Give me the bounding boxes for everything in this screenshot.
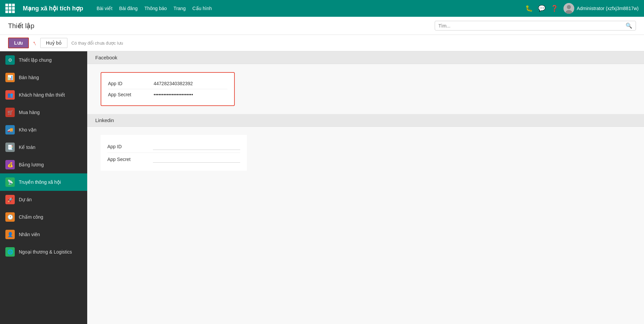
nav-cau-hinh[interactable]: Cấu hình [192,6,212,11]
facebook-section-title: Facebook [95,55,117,60]
app-brand: Mạng xã hội tích hợp [23,5,83,12]
sidebar-item-khach-hang[interactable]: 👥 Khách hàng thân thiết [0,86,87,104]
sidebar-label-ban-hang: Bán hàng [19,75,39,80]
sidebar-label-mua-hang: Mua hàng [19,110,40,115]
settings-icon: ⚙ [5,55,15,65]
sidebar-label-bang-luong: Bảng lương [19,162,44,167]
linkedin-app-secret-label: App Secret [107,157,148,162]
actionbar: Lưu ↑ Huỷ bỏ Có thay đổi chưa được lưu [0,35,644,51]
save-button[interactable]: Lưu [8,38,29,48]
search-bar: 🔍 [435,21,636,31]
attendance-icon: 🕐 [5,212,15,222]
content-area: Facebook App ID 447282340382392 App Secr… [87,51,644,324]
svg-point-1 [567,5,571,9]
facebook-app-secret-row: App Secret •••••••••••••••••••••••• [108,89,227,100]
linkedin-app-id-row: App ID [107,140,240,153]
facebook-app-id-value: 447282340382392 [154,81,193,86]
sidebar-label-ngoai-thuong: Ngoại thương & Logistics [19,249,72,255]
facebook-credentials-box: App ID 447282340382392 App Secret ••••••… [101,72,235,106]
grid-menu-icon[interactable] [5,4,15,13]
trade-icon: 🌐 [5,247,15,257]
sidebar-item-ban-hang[interactable]: 📊 Bán hàng [0,69,87,86]
topnav: Mạng xã hội tích hợp Bài viết Bài đăng T… [0,0,644,17]
sidebar-item-thiet-lap-chung[interactable]: ⚙ Thiết lập chung [0,51,87,69]
facebook-app-id-label: App ID [108,81,148,86]
search-icon: 🔍 [626,22,632,29]
sidebar-label-thiet-lap-chung: Thiết lập chung [19,57,52,63]
sidebar-item-kho-van[interactable]: 🚚 Kho vận [0,121,87,139]
cancel-button[interactable]: Huỷ bỏ [40,38,67,48]
linkedin-app-id-input[interactable] [153,143,240,150]
topnav-menu: Bài viết Bài đăng Thông báo Trang Cấu hì… [97,6,517,11]
linkedin-app-secret-row: App Secret [107,153,240,165]
purchase-icon: 🛒 [5,108,15,117]
nav-thong-bao[interactable]: Thông báo [144,6,167,11]
facebook-app-secret-value: •••••••••••••••••••••••• [154,92,193,97]
nav-trang[interactable]: Trang [173,6,185,11]
topnav-right: 🐛 💬 ❓ Administrator (xzfxj3m8817w) [525,3,639,14]
sidebar-item-ngoai-thuong[interactable]: 🌐 Ngoại thương & Logistics [0,243,87,261]
customer-icon: 👥 [5,90,15,100]
accounting-icon: 📑 [5,143,15,152]
subheader: Thiết lập 🔍 [0,17,644,35]
arrow-icon: ↑ [31,39,38,47]
logistics-icon: 🚚 [5,125,15,134]
facebook-section-header: Facebook [87,51,644,64]
help-icon[interactable]: ❓ [551,5,558,12]
nav-bai-viet[interactable]: Bài viết [97,6,112,11]
linkedin-app-id-label: App ID [107,144,148,149]
facebook-form-area: App ID 447282340382392 App Secret ••••••… [87,64,644,114]
linkedin-form-area: App ID App Secret [87,127,644,179]
employee-icon: 👤 [5,230,15,239]
linkedin-section-title: Linkedin [95,117,114,123]
linkedin-app-secret-input[interactable] [153,156,240,163]
unsaved-message: Có thay đổi chưa được lưu [71,41,123,46]
sidebar-label-kho-van: Kho vận [19,127,37,132]
sidebar: ⚙ Thiết lập chung 📊 Bán hàng 👥 Khách hàn… [0,51,87,324]
payroll-icon: 💰 [5,160,15,169]
facebook-app-id-row: App ID 447282340382392 [108,78,227,89]
sales-icon: 📊 [5,73,15,82]
sidebar-item-cham-cong[interactable]: 🕐 Chấm công [0,208,87,226]
chat-icon[interactable]: 💬 [538,5,545,12]
sidebar-label-du-an: Dự án [19,197,32,202]
sidebar-item-truyen-thong-xa-hoi[interactable]: 📡 Truyền thông xã hội [0,173,87,191]
sidebar-label-ke-toan: Kế toán [19,145,35,150]
username: Administrator (xzfxj3m8817w) [577,6,639,11]
sidebar-item-nhan-vien[interactable]: 👤 Nhân viên [0,226,87,243]
linkedin-section-header: Linkedin [87,114,644,127]
sidebar-label-truyen-thong: Truyền thông xã hội [19,179,61,185]
sidebar-item-du-an[interactable]: 🚀 Dự án [0,191,87,208]
facebook-app-secret-label: App Secret [108,92,148,97]
sidebar-label-cham-cong: Chấm công [19,214,43,220]
social-icon: 📡 [5,177,15,187]
bug-icon[interactable]: 🐛 [525,5,533,12]
page-title: Thiết lập [8,22,34,30]
main-layout: ⚙ Thiết lập chung 📊 Bán hàng 👥 Khách hàn… [0,51,644,324]
sidebar-item-ke-toan[interactable]: 📑 Kế toán [0,139,87,156]
project-icon: 🚀 [5,195,15,204]
search-input[interactable] [438,23,626,29]
sidebar-label-khach-hang: Khách hàng thân thiết [19,92,65,98]
sidebar-item-bang-luong[interactable]: 💰 Bảng lương [0,156,87,173]
nav-bai-dang[interactable]: Bài đăng [119,6,138,11]
user-menu[interactable]: Administrator (xzfxj3m8817w) [564,3,639,14]
avatar [564,3,574,14]
sidebar-item-mua-hang[interactable]: 🛒 Mua hàng [0,104,87,121]
linkedin-credentials-box: App ID App Secret [101,135,247,171]
sidebar-label-nhan-vien: Nhân viên [19,232,40,237]
